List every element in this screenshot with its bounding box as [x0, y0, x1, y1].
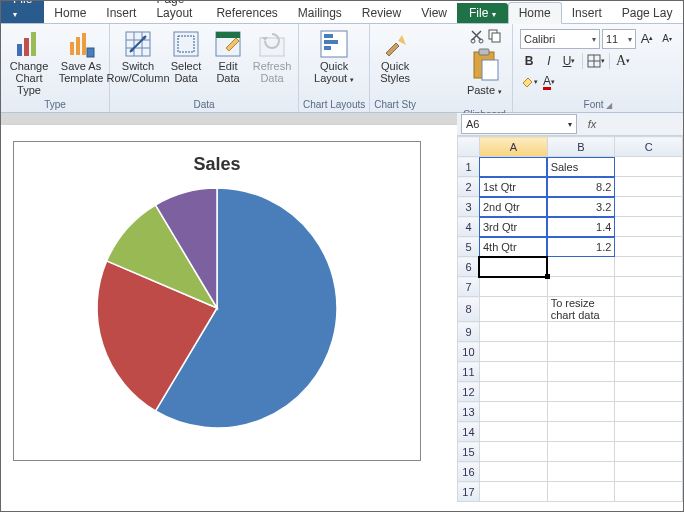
- col-header-C[interactable]: C: [615, 137, 683, 157]
- name-box[interactable]: A6▾: [461, 114, 577, 134]
- save-as-template-button[interactable]: Save As Template: [57, 26, 105, 84]
- cell-A13[interactable]: [479, 402, 547, 422]
- cell-A3[interactable]: 2nd Qtr: [479, 197, 547, 217]
- cell-A5[interactable]: 4th Qtr: [479, 237, 547, 257]
- cell-C10[interactable]: [615, 342, 683, 362]
- cell-A15[interactable]: [479, 442, 547, 462]
- cell-C1[interactable]: [615, 157, 683, 177]
- row-header-7[interactable]: 7: [458, 277, 480, 297]
- cell-B9[interactable]: [547, 322, 615, 342]
- col-header-A[interactable]: A: [479, 137, 547, 157]
- row-header-14[interactable]: 14: [458, 422, 480, 442]
- quick-layout-button[interactable]: Quick Layout ▾: [310, 26, 358, 86]
- cell-A10[interactable]: [479, 342, 547, 362]
- cell-A8[interactable]: [479, 297, 547, 322]
- edit-data-button[interactable]: Edit Data: [210, 26, 246, 84]
- select-data-button[interactable]: Select Data: [166, 26, 206, 84]
- cell-A16[interactable]: [479, 462, 547, 482]
- file-tab[interactable]: File ▾: [457, 3, 508, 23]
- font-letter-icon[interactable]: A▾: [614, 52, 632, 70]
- row-header-1[interactable]: 1: [458, 157, 480, 177]
- row-header-4[interactable]: 4: [458, 217, 480, 237]
- cell-C3[interactable]: [615, 197, 683, 217]
- tab-home[interactable]: Home: [44, 3, 96, 23]
- tab-page-layout[interactable]: Page Layout: [146, 0, 206, 23]
- cell-B5[interactable]: 1.2: [547, 237, 615, 257]
- cell-A17[interactable]: [479, 482, 547, 502]
- switch-row-column-button[interactable]: Switch Row/Column: [114, 26, 162, 84]
- cell-C4[interactable]: [615, 217, 683, 237]
- cell-B1[interactable]: Sales: [547, 157, 615, 177]
- tab-mailings[interactable]: Mailings: [288, 3, 352, 23]
- cut-icon[interactable]: [469, 28, 485, 44]
- cell-C14[interactable]: [615, 422, 683, 442]
- chart-frame[interactable]: Sales: [13, 141, 421, 461]
- grow-font-icon[interactable]: A▴: [638, 29, 656, 47]
- cell-B7[interactable]: [547, 277, 615, 297]
- row-header-11[interactable]: 11: [458, 362, 480, 382]
- cell-A12[interactable]: [479, 382, 547, 402]
- copy-icon[interactable]: [487, 28, 503, 44]
- cell-C11[interactable]: [615, 362, 683, 382]
- cell-A7[interactable]: [479, 277, 547, 297]
- cell-C6[interactable]: [615, 257, 683, 277]
- cell-A2[interactable]: 1st Qtr: [479, 177, 547, 197]
- tab-references[interactable]: References: [206, 3, 287, 23]
- border-icon[interactable]: ▾: [587, 52, 605, 70]
- cell-B16[interactable]: [547, 462, 615, 482]
- file-tab[interactable]: File ▾: [1, 0, 44, 23]
- font-color-icon[interactable]: A▾: [540, 73, 558, 91]
- cell-A9[interactable]: [479, 322, 547, 342]
- cell-C17[interactable]: [615, 482, 683, 502]
- row-header-2[interactable]: 2: [458, 177, 480, 197]
- quick-styles-button[interactable]: Quick Styles: [375, 26, 415, 84]
- row-header-9[interactable]: 9: [458, 322, 480, 342]
- row-header-3[interactable]: 3: [458, 197, 480, 217]
- shrink-font-icon[interactable]: A▾: [658, 29, 676, 47]
- cell-B8[interactable]: To resize chart data: [547, 297, 615, 322]
- cell-C16[interactable]: [615, 462, 683, 482]
- row-header-5[interactable]: 5: [458, 237, 480, 257]
- cell-C12[interactable]: [615, 382, 683, 402]
- cell-A1[interactable]: [479, 157, 547, 177]
- paste-button[interactable]: Paste ▾: [462, 48, 508, 108]
- cell-C9[interactable]: [615, 322, 683, 342]
- cell-B11[interactable]: [547, 362, 615, 382]
- change-chart-type-button[interactable]: Change Chart Type: [5, 26, 53, 96]
- cell-B12[interactable]: [547, 382, 615, 402]
- cell-B4[interactable]: 1.4: [547, 217, 615, 237]
- refresh-data-button[interactable]: Refresh Data: [250, 26, 294, 84]
- cell-B10[interactable]: [547, 342, 615, 362]
- row-header-12[interactable]: 12: [458, 382, 480, 402]
- cell-A6[interactable]: [479, 257, 547, 277]
- row-header-13[interactable]: 13: [458, 402, 480, 422]
- cell-C8[interactable]: [615, 297, 683, 322]
- worksheet-grid[interactable]: ABC1Sales21st Qtr8.232nd Qtr3.243rd Qtr1…: [457, 136, 683, 511]
- fx-icon[interactable]: fx: [583, 118, 601, 130]
- cell-C2[interactable]: [615, 177, 683, 197]
- cell-B17[interactable]: [547, 482, 615, 502]
- row-header-10[interactable]: 10: [458, 342, 480, 362]
- tab-page-layout[interactable]: Page Lay: [612, 3, 683, 23]
- cell-B13[interactable]: [547, 402, 615, 422]
- cell-C15[interactable]: [615, 442, 683, 462]
- row-header-15[interactable]: 15: [458, 442, 480, 462]
- cell-B15[interactable]: [547, 442, 615, 462]
- tab-home[interactable]: Home: [508, 2, 562, 24]
- fill-color-icon[interactable]: ▾: [520, 73, 538, 91]
- bold-icon[interactable]: B: [520, 52, 538, 70]
- row-header-8[interactable]: 8: [458, 297, 480, 322]
- underline-icon[interactable]: U▾: [560, 52, 578, 70]
- tab-review[interactable]: Review: [352, 3, 411, 23]
- cell-C5[interactable]: [615, 237, 683, 257]
- tab-insert[interactable]: Insert: [96, 3, 146, 23]
- cell-C7[interactable]: [615, 277, 683, 297]
- font-name-dropdown[interactable]: Calibri▾: [520, 29, 600, 49]
- tab-insert[interactable]: Insert: [562, 3, 612, 23]
- tab-view[interactable]: View: [411, 3, 457, 23]
- cell-A11[interactable]: [479, 362, 547, 382]
- cell-B3[interactable]: 3.2: [547, 197, 615, 217]
- cell-B2[interactable]: 8.2: [547, 177, 615, 197]
- cell-A14[interactable]: [479, 422, 547, 442]
- cell-B14[interactable]: [547, 422, 615, 442]
